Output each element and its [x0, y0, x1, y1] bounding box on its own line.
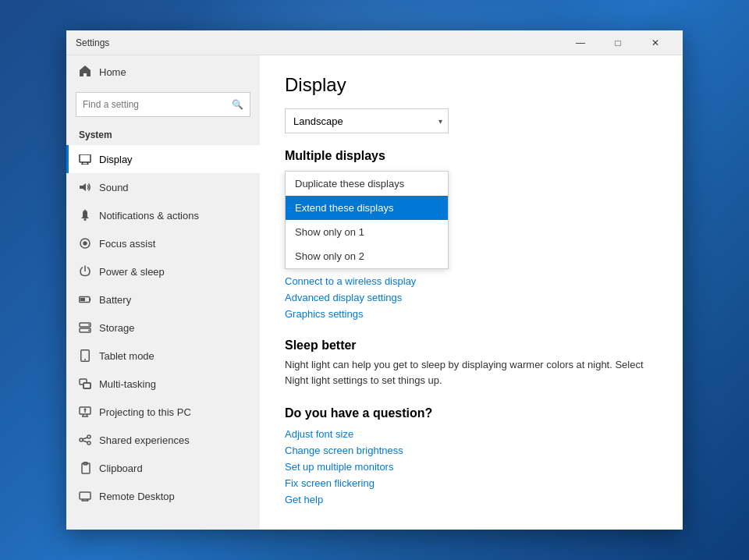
focus-label: Focus assist [99, 238, 155, 250]
graphics-settings-link[interactable]: Graphics settings [285, 308, 658, 320]
svg-rect-0 [80, 154, 91, 162]
sidebar-item-tablet[interactable]: Tablet mode [66, 342, 260, 370]
multitasking-icon [79, 377, 91, 390]
tablet-icon [79, 349, 91, 362]
search-box: 🔍 [76, 92, 250, 117]
close-button[interactable]: ✕ [637, 30, 673, 55]
sound-label: Sound [99, 182, 129, 193]
menu-item-extend[interactable]: Extend these displays [286, 196, 448, 220]
adjust-font-link[interactable]: Adjust font size [285, 428, 658, 440]
svg-marker-4 [80, 183, 86, 191]
get-help-link[interactable]: Get help [285, 494, 658, 505]
fix-flickering-link[interactable]: Fix screen flickering [285, 477, 658, 489]
menu-item-duplicate[interactable]: Duplicate these displays [286, 172, 448, 196]
system-section-label: System [66, 123, 260, 145]
window-title: Settings [76, 37, 563, 48]
svg-point-25 [87, 435, 91, 438]
question-title: Do you have a question? [285, 406, 658, 420]
sidebar-item-power[interactable]: Power & sleep [66, 257, 260, 285]
shared-label: Shared experiences [99, 434, 190, 446]
setup-monitors-link[interactable]: Set up multiple monitors [285, 461, 658, 473]
sidebar-item-multitasking[interactable]: Multi-tasking [66, 370, 260, 398]
change-brightness-link[interactable]: Change screen brightness [285, 445, 658, 456]
power-label: Power & sleep [99, 266, 165, 278]
projecting-icon [79, 406, 91, 418]
title-bar: Settings — □ ✕ [66, 30, 683, 55]
sidebar-item-storage[interactable]: Storage [66, 314, 260, 342]
svg-point-26 [87, 441, 91, 445]
clipboard-label: Clipboard [99, 463, 143, 474]
tablet-label: Tablet mode [99, 350, 154, 362]
svg-line-28 [83, 441, 87, 442]
minimize-button[interactable]: — [563, 30, 598, 55]
sidebar-item-battery[interactable]: Battery [66, 285, 260, 314]
svg-point-13 [88, 324, 90, 326]
home-label: Home [99, 66, 126, 78]
svg-rect-10 [80, 298, 85, 301]
sidebar-item-remote[interactable]: Remote Desktop [66, 482, 260, 510]
maximize-button[interactable]: □ [600, 30, 636, 55]
display-label: Display [99, 154, 133, 165]
multiple-displays-title: Multiple displays [285, 149, 658, 163]
multiple-displays-dropdown: Duplicate these displays Extend these di… [285, 171, 449, 269]
settings-window: Settings — □ ✕ Home 🔍 System [66, 30, 683, 530]
battery-label: Battery [99, 294, 131, 306]
battery-icon [79, 293, 91, 306]
sidebar-item-notifications[interactable]: Notifications & actions [66, 201, 260, 229]
sidebar-item-projecting[interactable]: Projecting to this PC [66, 398, 260, 426]
extend-label: Extend these displays [295, 202, 393, 214]
sound-icon [79, 181, 91, 193]
clipboard-icon [79, 462, 91, 474]
sleep-title: Sleep better [285, 338, 658, 353]
svg-point-24 [80, 438, 83, 441]
svg-rect-31 [80, 492, 91, 499]
sidebar-item-sound[interactable]: Sound [66, 173, 260, 201]
svg-rect-9 [90, 299, 91, 301]
svg-marker-23 [83, 408, 87, 410]
landscape-dropdown-wrapper: Landscape Portrait Landscape (flipped) P… [285, 108, 449, 133]
storage-label: Storage [99, 322, 135, 334]
search-input[interactable] [83, 99, 232, 110]
menu-item-show2[interactable]: Show only on 2 [286, 244, 448, 268]
multitasking-label: Multi-tasking [99, 378, 156, 390]
show2-label: Show only on 2 [295, 250, 364, 262]
svg-line-27 [83, 438, 87, 439]
sidebar-item-shared[interactable]: Shared experiences [66, 426, 260, 454]
page-title: Display [285, 74, 658, 96]
main-content: Display Landscape Portrait Landscape (fl… [260, 55, 683, 530]
orientation-select[interactable]: Landscape Portrait Landscape (flipped) P… [285, 108, 449, 133]
home-nav-item[interactable]: Home [66, 55, 260, 89]
svg-point-7 [83, 242, 87, 245]
connect-wireless-link[interactable]: Connect to a wireless display [285, 275, 658, 287]
advanced-display-link[interactable]: Advanced display settings [285, 292, 658, 303]
menu-item-show1[interactable]: Show only on 1 [286, 220, 448, 244]
power-icon [79, 265, 91, 278]
monitor-icon [79, 153, 91, 165]
search-icon: 🔍 [232, 99, 243, 110]
notifications-icon [79, 209, 91, 222]
remote-icon [79, 490, 91, 502]
duplicate-label: Duplicate these displays [295, 178, 404, 190]
svg-rect-18 [83, 383, 91, 388]
sidebar-item-display[interactable]: Display [66, 145, 260, 173]
svg-point-5 [84, 218, 87, 221]
show1-label: Show only on 1 [295, 226, 364, 238]
projecting-label: Projecting to this PC [99, 406, 191, 418]
sidebar-item-focus[interactable]: Focus assist [66, 229, 260, 257]
svg-point-14 [88, 330, 90, 331]
focus-icon [79, 237, 91, 250]
home-icon [79, 65, 91, 80]
shared-icon [79, 434, 91, 446]
window-body: Home 🔍 System Display [66, 55, 683, 530]
window-controls: — □ ✕ [563, 30, 673, 55]
storage-icon [79, 321, 91, 334]
notifications-label: Notifications & actions [99, 210, 199, 222]
question-section: Do you have a question? Adjust font size… [285, 406, 658, 505]
remote-label: Remote Desktop [99, 491, 175, 502]
svg-point-16 [84, 359, 86, 360]
sleep-section: Sleep better Night light can help you ge… [285, 338, 658, 388]
sidebar-item-clipboard[interactable]: Clipboard [66, 454, 260, 482]
sleep-description: Night light can help you get to sleep by… [285, 357, 658, 388]
sidebar: Home 🔍 System Display [66, 55, 260, 530]
